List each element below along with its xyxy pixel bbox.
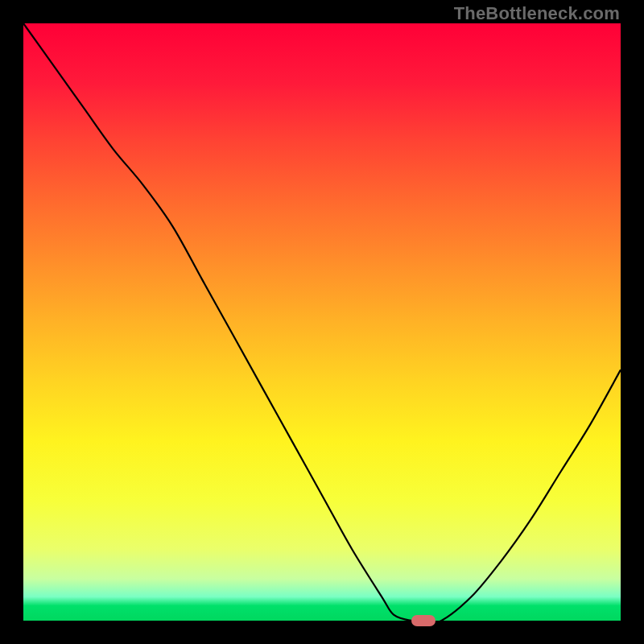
chart-svg xyxy=(23,23,621,621)
bottleneck-curve xyxy=(23,23,621,622)
watermark-text: TheBottleneck.com xyxy=(454,3,620,24)
chart-frame: TheBottleneck.com xyxy=(0,0,644,644)
optimal-marker xyxy=(411,615,436,626)
